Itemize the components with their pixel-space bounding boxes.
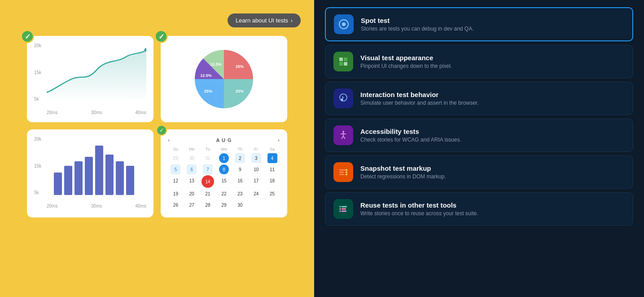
svg-point-21 xyxy=(341,99,343,101)
right-panel: Spot test Stories are tests you can debu… xyxy=(314,0,644,297)
y-labels-1: 20k 15k 5k xyxy=(34,43,41,102)
cal-day-28[interactable]: 28 xyxy=(203,200,213,210)
cal-day-11[interactable]: 11 xyxy=(267,164,277,174)
svg-text:25%: 25% xyxy=(236,64,244,69)
svg-rect-8 xyxy=(74,161,83,195)
svg-rect-6 xyxy=(54,173,62,195)
day-tu: Tu xyxy=(200,146,216,152)
cal-day-25[interactable]: 25 xyxy=(267,189,277,199)
visual-icon xyxy=(333,52,353,71)
cal-day-19[interactable]: 19 xyxy=(171,189,180,199)
cal-day-21[interactable]: 21 xyxy=(203,189,213,199)
cal-day-29[interactable]: 29 xyxy=(219,200,229,210)
interaction-icon xyxy=(333,89,353,108)
svg-rect-10 xyxy=(95,146,103,195)
svg-line-26 xyxy=(343,136,345,139)
cal-day-14[interactable]: 14 xyxy=(202,175,214,188)
interaction-description: Simulate user behavior and assert in the… xyxy=(360,100,478,106)
cal-day-4[interactable]: 4 xyxy=(267,153,277,163)
interaction-title: Interaction test behavior xyxy=(360,91,478,98)
pie-chart-wrap: 25% 25% 25% 12.5% 12.5% xyxy=(168,43,280,115)
cal-day-12[interactable]: 12 xyxy=(171,176,180,186)
calendar-header: ‹ A U G › xyxy=(168,137,280,143)
cal-day-27[interactable]: 27 xyxy=(187,200,197,210)
check-badge-2: ✓ xyxy=(154,30,168,43)
svg-point-37 xyxy=(339,210,341,212)
chevron-right-icon: › xyxy=(291,18,293,24)
spot-description: Stories are tests you can debug in dev a… xyxy=(361,26,473,32)
cal-day-23[interactable]: 23 xyxy=(235,189,245,199)
cal-day-prev-30[interactable]: 30 xyxy=(187,153,197,163)
cal-day-13[interactable]: 13 xyxy=(187,176,197,186)
day-su: Su xyxy=(168,146,184,152)
cal-day-9[interactable]: 9 xyxy=(235,164,245,174)
reuse-title: Reuse tests in other test tools xyxy=(360,201,478,209)
feature-card-snapshot[interactable]: Snapshot test markup Detect regressions … xyxy=(325,155,633,189)
cal-day-3[interactable]: 3 xyxy=(251,153,261,163)
cal-day-17[interactable]: 17 xyxy=(251,176,261,186)
day-sa: Sa xyxy=(264,146,280,152)
svg-point-15 xyxy=(342,22,346,26)
cal-day-16[interactable]: 16 xyxy=(235,176,245,186)
cal-day-7[interactable]: 7 xyxy=(203,164,213,174)
y-labels-3: 20k 15k 5k xyxy=(34,137,41,195)
cal-day-18[interactable]: 18 xyxy=(267,176,277,186)
cal-next-icon[interactable]: › xyxy=(278,137,280,143)
cal-day-30[interactable]: 30 xyxy=(235,200,245,210)
cal-day-2[interactable]: 2 xyxy=(235,153,245,163)
cal-day-prev-31[interactable]: 31 xyxy=(203,153,213,163)
svg-rect-9 xyxy=(85,157,93,195)
learn-btn-label: Learn about UI tests xyxy=(236,17,288,24)
cal-day-prev-29[interactable]: 29 xyxy=(171,153,180,163)
feature-card-spot[interactable]: Spot test Stories are tests you can debu… xyxy=(325,7,633,41)
svg-rect-36 xyxy=(342,208,346,210)
line-chart-wrap: 20k 15k 5k 20ms xyxy=(34,43,146,115)
cal-prev-icon[interactable]: ‹ xyxy=(168,137,170,143)
check-badge-1: ✓ xyxy=(21,30,34,43)
svg-point-35 xyxy=(339,208,341,210)
reuse-description: Write stories once to reuse across your … xyxy=(360,210,478,217)
cal-day-10[interactable]: 10 xyxy=(251,164,261,174)
learn-about-ui-tests-button[interactable]: Learn about UI tests › xyxy=(228,13,301,27)
svg-rect-18 xyxy=(339,62,343,66)
cal-day-5[interactable]: 5 xyxy=(171,164,180,174)
feature-card-interaction[interactable]: Interaction test behavior Simulate user … xyxy=(325,82,633,115)
svg-rect-16 xyxy=(339,58,343,61)
calendar-wrap: ‹ A U G › Su Me Tu We Th Fr Sa 29 30 31 xyxy=(168,137,280,210)
cal-day-15[interactable]: 15 xyxy=(219,176,229,186)
cal-day-8[interactable]: 8 xyxy=(219,164,229,174)
svg-rect-7 xyxy=(64,166,72,195)
line-chart-svg xyxy=(47,43,146,102)
spot-icon xyxy=(334,14,354,34)
feature-card-accessibility[interactable]: Accessibility tests Check stories for WC… xyxy=(325,119,633,152)
snapshot-title: Snapshot test markup xyxy=(360,164,446,172)
svg-rect-19 xyxy=(344,62,347,66)
cal-day-6[interactable]: 6 xyxy=(187,164,197,174)
svg-text:25%: 25% xyxy=(236,89,244,93)
calendar-card: ✓ ‹ A U G › Su Me Tu We Th Fr Sa 2 xyxy=(161,129,287,217)
left-panel: Learn about UI tests › ✓ 20k 15k 5k xyxy=(0,0,314,297)
bar-chart-svg xyxy=(47,137,146,195)
feature-card-visual[interactable]: Visual test appearance Pinpoint UI chang… xyxy=(325,45,633,78)
svg-rect-38 xyxy=(342,211,346,212)
reuse-icon xyxy=(333,199,353,219)
accessibility-text: Accessibility tests Check stories for WC… xyxy=(360,128,461,143)
svg-text:25%: 25% xyxy=(204,89,212,93)
cal-day-24[interactable]: 24 xyxy=(251,189,261,199)
svg-rect-17 xyxy=(344,58,347,61)
spot-title: Spot test xyxy=(361,17,473,24)
cal-day-22[interactable]: 22 xyxy=(219,189,229,199)
cal-day-26[interactable]: 26 xyxy=(171,200,180,210)
bar-chart-card: 20k 15k 5k 20ms 30ms 40ms xyxy=(27,129,153,217)
accessibility-icon xyxy=(333,125,353,145)
spot-text: Spot test Stories are tests you can debu… xyxy=(361,17,473,32)
cal-day-20[interactable]: 20 xyxy=(187,189,197,199)
line-chart-card: ✓ 20k 15k 5k xyxy=(27,36,153,122)
feature-card-reuse[interactable]: Reuse tests in other test tools Write st… xyxy=(325,192,633,226)
svg-rect-11 xyxy=(105,155,114,195)
reuse-text: Reuse tests in other test tools Write st… xyxy=(360,201,478,217)
cal-day-1[interactable]: 1 xyxy=(219,153,229,163)
snapshot-icon xyxy=(333,162,353,182)
visual-description: Pinpoint UI changes down to the pixel. xyxy=(360,63,452,69)
day-me: Me xyxy=(184,146,200,152)
